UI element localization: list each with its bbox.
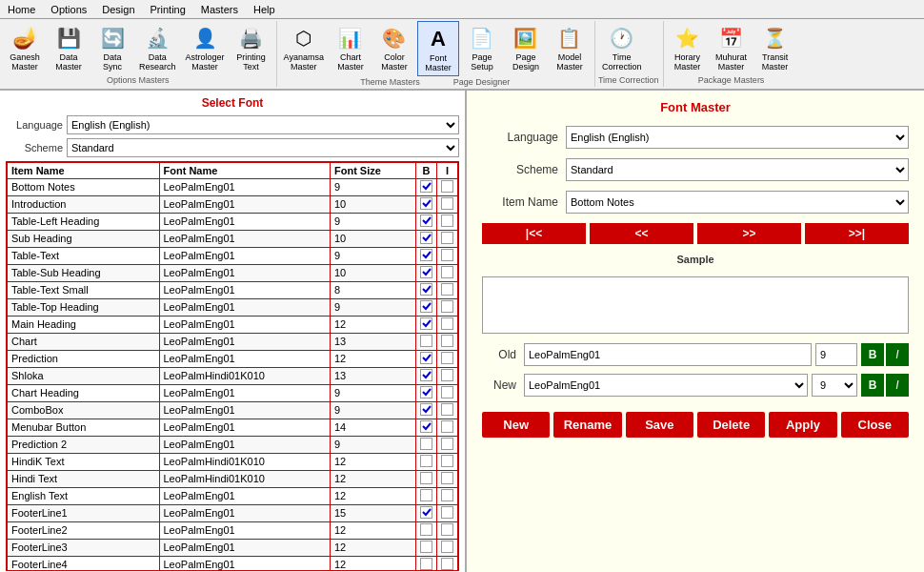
table-row[interactable]: FooterLine3 LeoPalmEng01 12 [8, 539, 458, 556]
delete-button[interactable]: Delete [697, 412, 765, 438]
i-cell[interactable] [437, 298, 458, 316]
i-cell[interactable] [437, 264, 458, 281]
model-master-btn[interactable]: 📋 ModelMaster [549, 21, 591, 76]
b-cell[interactable] [416, 367, 437, 384]
i-cell[interactable] [437, 470, 458, 487]
i-cell[interactable] [437, 178, 458, 195]
nav-prev-btn[interactable]: << [590, 223, 693, 244]
b-cell[interactable] [416, 504, 437, 521]
b-cell[interactable] [416, 195, 437, 213]
i-cell[interactable] [437, 195, 458, 213]
ganesh-master-btn[interactable]: 🪔 GaneshMaster [4, 21, 46, 74]
b-cell[interactable] [416, 539, 437, 556]
muhurat-master-btn[interactable]: 📅 MuhuratMaster [711, 21, 753, 74]
table-row[interactable]: FooterLine1 LeoPalmEng01 15 [8, 504, 458, 521]
table-row[interactable]: Hindi Text LeoPalmHindi01K010 12 [8, 470, 458, 487]
b-cell[interactable] [416, 453, 437, 470]
language-select[interactable]: English (English) [67, 115, 459, 134]
b-cell[interactable] [416, 298, 437, 316]
new-i-button[interactable]: I [886, 374, 909, 397]
table-row[interactable]: Table-Text LeoPalmEng01 9 [8, 247, 458, 264]
b-cell[interactable] [416, 316, 437, 333]
i-cell[interactable] [437, 367, 458, 384]
old-i-button[interactable]: I [886, 343, 909, 366]
rename-button[interactable]: Rename [553, 412, 621, 438]
b-cell[interactable] [416, 436, 437, 453]
data-sync-btn[interactable]: 🔄 DataSync [91, 21, 133, 74]
page-design-btn[interactable]: 🖼️ PageDesign [505, 21, 547, 76]
table-row[interactable]: Chart Heading LeoPalmEng01 9 [8, 384, 458, 401]
i-cell[interactable] [437, 316, 458, 333]
printing-text-btn[interactable]: 🖨️ PrintingText [231, 21, 272, 74]
b-cell[interactable] [416, 350, 437, 367]
astrologer-master-btn[interactable]: 👤 AstrologerMaster [182, 21, 229, 74]
b-cell[interactable] [416, 281, 437, 298]
table-row[interactable]: Menubar Button LeoPalmEng01 14 [8, 419, 458, 436]
table-row[interactable]: Prediction LeoPalmEng01 12 [8, 350, 458, 367]
i-cell[interactable] [437, 213, 458, 230]
b-cell[interactable] [416, 264, 437, 281]
data-master-btn[interactable]: 💾 DataMaster [48, 21, 90, 74]
time-correction-btn[interactable]: 🕐 TimeCorrection [598, 21, 646, 74]
b-cell[interactable] [416, 470, 437, 487]
old-size-input[interactable] [815, 343, 857, 366]
i-cell[interactable] [437, 230, 458, 247]
new-button[interactable]: New [482, 412, 550, 438]
b-cell[interactable] [416, 401, 437, 419]
i-cell[interactable] [437, 436, 458, 453]
table-row[interactable]: Sub Heading LeoPalmEng01 10 [8, 230, 458, 247]
table-row[interactable]: Prediction 2 LeoPalmEng01 9 [8, 436, 458, 453]
i-cell[interactable] [437, 384, 458, 401]
i-cell[interactable] [437, 521, 458, 539]
menu-help[interactable]: Help [246, 2, 283, 17]
b-cell[interactable] [416, 178, 437, 195]
b-cell[interactable] [416, 419, 437, 436]
new-b-button[interactable]: B [861, 374, 884, 397]
b-cell[interactable] [416, 247, 437, 264]
right-scheme-select[interactable]: Standard [566, 158, 909, 181]
ayanamsa-master-btn[interactable]: ⬡ AyanamsaMaster [280, 21, 328, 76]
i-cell[interactable] [437, 401, 458, 419]
i-cell[interactable] [437, 504, 458, 521]
b-cell[interactable] [416, 384, 437, 401]
table-row[interactable]: Table-Text Small LeoPalmEng01 8 [8, 281, 458, 298]
i-cell[interactable] [437, 556, 458, 571]
i-cell[interactable] [437, 281, 458, 298]
new-size-select[interactable]: 9 [812, 374, 857, 397]
table-row[interactable]: Chart LeoPalmEng01 13 [8, 333, 458, 350]
right-language-select[interactable]: English (English) [566, 126, 909, 149]
horary-master-btn[interactable]: ⭐ HoraryMaster [667, 21, 709, 74]
i-cell[interactable] [437, 453, 458, 470]
transit-master-btn[interactable]: ⏳ TransitMaster [754, 21, 796, 74]
table-row[interactable]: FooterLine2 LeoPalmEng01 12 [8, 521, 458, 539]
b-cell[interactable] [416, 333, 437, 350]
table-row[interactable]: Bottom Notes LeoPalmEng01 9 [8, 178, 458, 195]
menu-design[interactable]: Design [94, 2, 142, 17]
old-font-input[interactable] [524, 343, 812, 366]
menu-masters[interactable]: Masters [193, 2, 246, 17]
old-b-button[interactable]: B [861, 343, 884, 366]
table-row[interactable]: FooterLine4 LeoPalmEng01 12 [8, 556, 458, 571]
i-cell[interactable] [437, 487, 458, 504]
menu-printing[interactable]: Printing [143, 2, 193, 17]
table-row[interactable]: Table-Top Heading LeoPalmEng01 9 [8, 298, 458, 316]
table-row[interactable]: Shloka LeoPalmHindi01K010 13 [8, 367, 458, 384]
table-row[interactable]: ComboBox LeoPalmEng01 9 [8, 401, 458, 419]
new-font-select[interactable]: LeoPalmEng01 [524, 374, 808, 397]
table-row[interactable]: Introduction LeoPalmEng01 10 [8, 195, 458, 213]
chart-master-btn[interactable]: 📊 ChartMaster [330, 21, 372, 76]
color-master-btn[interactable]: 🎨 ColorMaster [373, 21, 415, 76]
i-cell[interactable] [437, 333, 458, 350]
table-row[interactable]: Main Heading LeoPalmEng01 12 [8, 316, 458, 333]
page-setup-btn[interactable]: 📄 PageSetup [461, 21, 503, 76]
table-row[interactable]: HindiK Text LeoPalmHindi01K010 12 [8, 453, 458, 470]
i-cell[interactable] [437, 350, 458, 367]
scheme-select[interactable]: Standard [67, 138, 459, 157]
i-cell[interactable] [437, 539, 458, 556]
b-cell[interactable] [416, 213, 437, 230]
table-row[interactable]: Table-Left Heading LeoPalmEng01 9 [8, 213, 458, 230]
i-cell[interactable] [437, 419, 458, 436]
table-row[interactable]: English Text LeoPalmEng01 12 [8, 487, 458, 504]
menu-options[interactable]: Options [43, 2, 94, 17]
b-cell[interactable] [416, 556, 437, 571]
